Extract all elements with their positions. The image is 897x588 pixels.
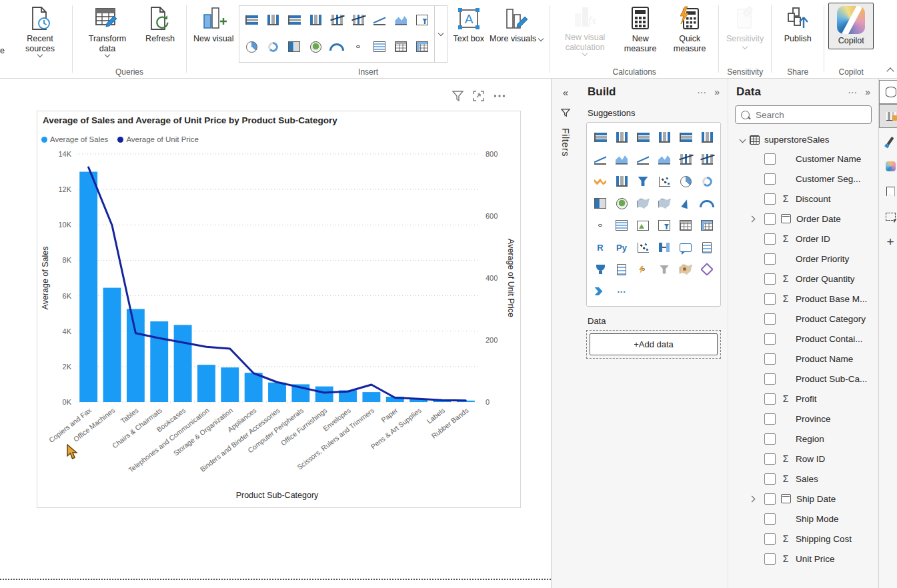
focus-mode-icon[interactable] xyxy=(473,91,484,101)
pie-chart-icon[interactable] xyxy=(675,171,696,192)
python-visual-icon[interactable]: Py xyxy=(611,237,632,258)
stacked-bar-chart-icon[interactable] xyxy=(242,11,261,29)
field-row-shipping-cost[interactable]: ΣShipping Cost xyxy=(728,529,878,549)
multi-row-card-icon[interactable] xyxy=(370,37,389,56)
power-automate-icon[interactable] xyxy=(590,281,611,302)
stacked-column-chart-icon[interactable] xyxy=(611,127,632,148)
data-collapse-icon[interactable]: » xyxy=(865,87,870,97)
add-data-button[interactable]: +Add data xyxy=(590,333,718,355)
azure-map-icon[interactable] xyxy=(675,193,696,214)
paginated-report-icon[interactable] xyxy=(611,259,632,280)
new-measure-button[interactable]: New measure xyxy=(616,3,665,57)
field-checkbox[interactable] xyxy=(764,333,776,345)
field-checkbox[interactable] xyxy=(764,273,776,285)
field-checkbox[interactable] xyxy=(764,153,776,165)
clustered-column-chart-icon[interactable] xyxy=(654,127,675,148)
table-node-superstoreSales[interactable]: superstoreSales xyxy=(728,129,878,149)
field-checkbox[interactable] xyxy=(764,473,776,485)
field-row-product-sub-ca-[interactable]: Product Sub-Ca... xyxy=(728,369,878,389)
matrix-icon[interactable] xyxy=(413,37,431,56)
field-row-sales[interactable]: ΣSales xyxy=(728,469,878,489)
selection-icon[interactable] xyxy=(879,204,897,229)
legend-item-unit-price[interactable]: Average of Unit Price xyxy=(117,135,198,143)
transform-data-button[interactable]: Transform data xyxy=(77,3,138,59)
key-influencers-icon[interactable] xyxy=(632,237,654,258)
stacked-bar-chart-icon[interactable] xyxy=(590,127,611,148)
line-chart-icon[interactable] xyxy=(590,149,611,170)
map-icon[interactable] xyxy=(611,193,632,214)
area-chart-icon[interactable] xyxy=(391,11,410,29)
field-row-product-category[interactable]: Product Category xyxy=(728,309,878,329)
filters-pane-tab[interactable]: Filters xyxy=(560,128,571,157)
data-pane-icon[interactable] xyxy=(879,80,897,104)
field-checkbox[interactable] xyxy=(764,433,776,445)
bar-office-machines[interactable] xyxy=(103,288,121,402)
expand-field-icon[interactable] xyxy=(749,495,756,502)
build-collapse-icon[interactable]: » xyxy=(714,87,720,97)
power-apps-icon[interactable] xyxy=(696,259,718,280)
field-row-product-name[interactable]: Product Name xyxy=(728,349,878,369)
format-visual-icon[interactable] xyxy=(879,128,897,153)
legend-item-sales[interactable]: Average of Sales xyxy=(41,135,108,143)
slicer-icon[interactable] xyxy=(654,215,675,236)
filled-map-icon[interactable] xyxy=(632,193,654,214)
field-checkbox[interactable] xyxy=(764,313,776,325)
collapse-ribbon-icon[interactable] xyxy=(886,67,894,75)
copilot-pane-icon[interactable] xyxy=(879,153,897,179)
quick-measure-visual-icon[interactable] xyxy=(654,259,675,280)
donut-chart-icon[interactable] xyxy=(263,37,282,56)
clustered-bar-chart-icon[interactable] xyxy=(632,127,654,148)
100-stacked-column-chart-icon[interactable] xyxy=(696,127,718,148)
kpi-icon[interactable] xyxy=(632,215,654,236)
gauge-icon[interactable] xyxy=(696,193,718,214)
field-checkbox[interactable] xyxy=(764,393,776,405)
100-stacked-bar-chart-icon[interactable] xyxy=(285,11,303,29)
ribbon-chart-icon[interactable] xyxy=(590,171,611,192)
field-row-region[interactable]: Region xyxy=(728,429,878,449)
matrix-icon[interactable] xyxy=(696,215,718,236)
field-row-customer-name[interactable]: Customer Name xyxy=(728,149,878,169)
field-row-order-date[interactable]: Order Date xyxy=(728,209,878,229)
bar-scissors-rulers-and-trimmers[interactable] xyxy=(362,392,380,402)
waterfall-chart-icon[interactable] xyxy=(611,171,632,192)
new-visual-calculation-button[interactable]: fx New visual calculation xyxy=(554,3,616,58)
more-options-icon[interactable] xyxy=(494,94,506,98)
field-row-ship-date[interactable]: Ship Date xyxy=(728,489,878,509)
card-icon[interactable] xyxy=(349,37,367,56)
field-checkbox[interactable] xyxy=(764,413,776,425)
bar-appliances[interactable] xyxy=(245,373,263,402)
table-icon[interactable] xyxy=(391,37,410,56)
scatter-chart-icon[interactable] xyxy=(654,171,675,192)
sensitivity-button[interactable]: Sensitivity xyxy=(723,3,767,51)
field-checkbox[interactable] xyxy=(764,373,776,385)
field-row-order-priority[interactable]: Order Priority xyxy=(728,249,878,269)
field-row-unit-price[interactable]: ΣUnit Price xyxy=(728,549,878,569)
arcgis-map-icon[interactable] xyxy=(675,259,696,280)
field-checkbox[interactable] xyxy=(764,213,776,225)
field-row-product-contai-[interactable]: Product Contai... xyxy=(728,329,878,349)
line-chart-icon[interactable] xyxy=(370,11,389,29)
bar-tables[interactable] xyxy=(127,309,145,403)
unit-price-line[interactable] xyxy=(89,167,466,401)
shape-map-icon[interactable] xyxy=(654,193,675,214)
line-stacked-column-combo-icon[interactable] xyxy=(696,149,718,170)
publish-button[interactable]: Publish xyxy=(776,3,820,47)
field-checkbox[interactable] xyxy=(764,233,776,245)
copilot-button[interactable]: Copilot xyxy=(828,3,874,49)
100-stacked-bar-chart-icon[interactable] xyxy=(675,127,696,148)
donut-chart-icon[interactable] xyxy=(696,171,718,192)
field-checkbox[interactable] xyxy=(764,553,776,565)
search-input[interactable] xyxy=(754,109,857,121)
add-pane-icon[interactable]: + xyxy=(879,229,897,255)
line-column-combo-chart-icon[interactable] xyxy=(327,11,346,29)
field-checkbox[interactable] xyxy=(764,193,776,205)
decomposition-tree-icon[interactable] xyxy=(654,237,675,258)
gauge-icon[interactable] xyxy=(327,37,346,56)
field-checkbox[interactable] xyxy=(764,493,776,505)
more-visual-types-icon[interactable]: ··· xyxy=(611,281,632,302)
filters-funnel-icon[interactable] xyxy=(561,109,570,117)
field-checkbox[interactable] xyxy=(764,453,776,465)
field-checkbox[interactable] xyxy=(764,173,776,185)
refresh-button[interactable]: Refresh xyxy=(138,3,182,47)
stacked-area-chart-icon[interactable] xyxy=(632,149,654,170)
